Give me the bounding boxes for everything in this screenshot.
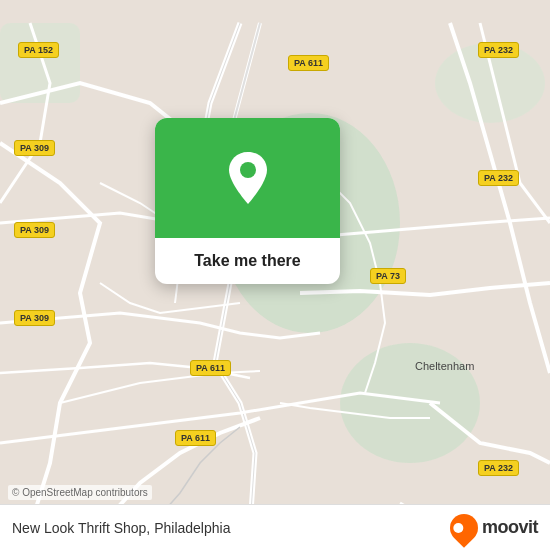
svg-point-8	[240, 162, 256, 178]
road-badge-pa73: PA 73	[370, 268, 406, 284]
road-badge-pa232b: PA 232	[478, 170, 519, 186]
road-badge-pa309c: PA 309	[14, 310, 55, 326]
map-attribution: © OpenStreetMap contributors	[8, 485, 152, 500]
road-badge-pa611c: PA 611	[190, 360, 231, 376]
road-badge-pa309a: PA 309	[14, 140, 55, 156]
bottom-bar: New Look Thrift Shop, Philadelphia moovi…	[0, 504, 550, 550]
road-badge-pa152: PA 152	[18, 42, 59, 58]
location-pin-icon	[223, 148, 273, 208]
moovit-logo: moovit	[450, 514, 538, 542]
road-badge-pa309b: PA 309	[14, 222, 55, 238]
take-me-there-label: Take me there	[194, 252, 300, 270]
road-badge-pa232a: PA 232	[478, 42, 519, 58]
location-popup: Take me there	[155, 118, 340, 284]
take-me-there-button[interactable]: Take me there	[155, 238, 340, 284]
moovit-icon	[444, 508, 484, 548]
road-badge-pa232c: PA 232	[478, 460, 519, 476]
road-badge-pa611d: PA 611	[175, 430, 216, 446]
road-badge-pa611a: PA 611	[288, 55, 329, 71]
location-name: New Look Thrift Shop, Philadelphia	[12, 520, 450, 536]
popup-header	[155, 118, 340, 238]
place-label-cheltenham: Cheltenham	[415, 360, 474, 372]
moovit-logo-text: moovit	[482, 517, 538, 538]
map-container: PA 152PA 611PA 232PA 309PA 611PA 232PA 3…	[0, 0, 550, 550]
